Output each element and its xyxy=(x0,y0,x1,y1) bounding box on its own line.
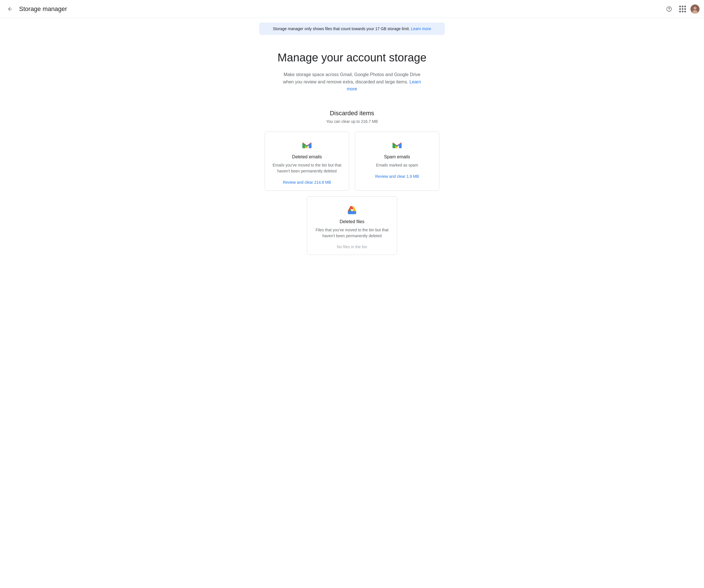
header-right xyxy=(663,3,700,15)
main-content: Manage your account storage Make storage… xyxy=(259,40,445,266)
app-header: Storage manager xyxy=(0,0,704,18)
discarded-title: Discarded items xyxy=(265,110,439,117)
spam-emails-card: Spam emails Emails marked as spam Review… xyxy=(355,131,439,191)
gmail-icon-spam xyxy=(392,142,402,149)
back-button[interactable] xyxy=(4,3,16,15)
grid-icon xyxy=(679,6,686,12)
deleted-emails-description: Emails you've moved to the bin but that … xyxy=(272,162,342,174)
help-icon xyxy=(666,6,672,12)
page-title: Storage manager xyxy=(19,5,67,13)
avatar[interactable] xyxy=(691,4,700,13)
deleted-emails-icon xyxy=(272,140,342,151)
deleted-files-icon xyxy=(314,205,390,216)
svg-point-4 xyxy=(694,7,696,10)
drive-icon xyxy=(347,206,357,215)
deleted-emails-action[interactable]: Review and clear 214.8 MB xyxy=(283,180,331,184)
discarded-section: Discarded items You can clear up to 216.… xyxy=(265,110,439,255)
back-icon xyxy=(7,6,13,12)
deleted-files-card: Deleted files Files that you've moved to… xyxy=(307,196,397,255)
gmail-icon-deleted xyxy=(302,142,312,149)
avatar-image xyxy=(691,4,700,13)
svg-rect-19 xyxy=(348,211,356,213)
header-left: Storage manager xyxy=(4,3,67,15)
spam-emails-icon xyxy=(362,140,432,151)
deleted-emails-title: Deleted emails xyxy=(272,154,342,159)
cards-row-top: Deleted emails Emails you've moved to th… xyxy=(265,131,439,191)
deleted-files-title: Deleted files xyxy=(314,219,390,224)
spam-emails-description: Emails marked as spam xyxy=(362,162,432,168)
banner-text: Storage manager only shows files that co… xyxy=(273,26,410,31)
info-banner: Storage manager only shows files that co… xyxy=(259,22,445,35)
apps-button[interactable] xyxy=(677,3,688,15)
deleted-files-description: Files that you've moved to the bin but t… xyxy=(314,227,390,239)
discarded-subtitle: You can clear up to 216.7 MB xyxy=(265,119,439,124)
hero-heading: Manage your account storage xyxy=(265,51,439,64)
banner-learn-more-link[interactable]: Learn more xyxy=(411,26,431,31)
help-button[interactable] xyxy=(663,3,675,15)
deleted-files-empty: No files in the bin xyxy=(314,245,390,249)
spam-emails-action[interactable]: Review and clear 1.9 MB xyxy=(375,174,419,179)
svg-marker-14 xyxy=(348,213,356,214)
svg-point-5 xyxy=(693,10,698,13)
hero-description-text: Make storage space across Gmail, Google … xyxy=(283,72,420,84)
spam-emails-title: Spam emails xyxy=(362,154,432,159)
hero-description: Make storage space across Gmail, Google … xyxy=(282,71,422,93)
deleted-emails-card: Deleted emails Emails you've moved to th… xyxy=(265,131,349,191)
cards-row-bottom: Deleted files Files that you've moved to… xyxy=(265,196,439,255)
